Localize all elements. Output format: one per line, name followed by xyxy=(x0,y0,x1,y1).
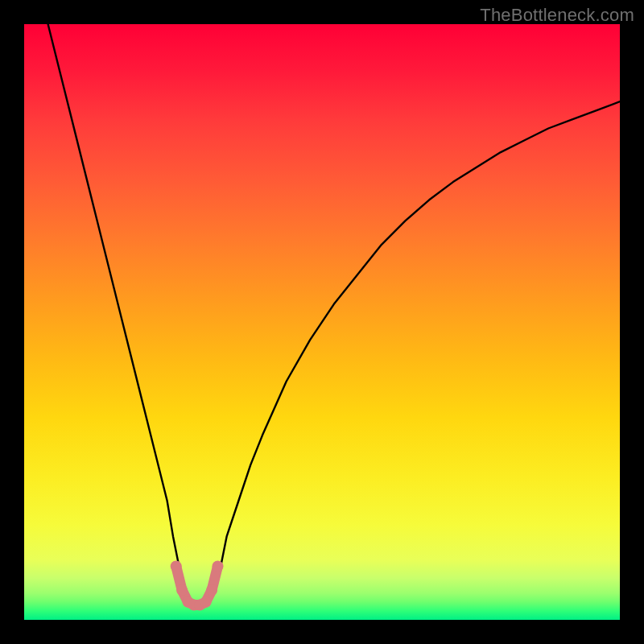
chart-svg xyxy=(24,24,620,620)
svg-point-5 xyxy=(200,597,212,608)
svg-point-7 xyxy=(213,560,224,572)
chart-plot-area xyxy=(24,24,620,620)
svg-point-6 xyxy=(206,584,217,596)
highlight-band xyxy=(171,560,224,610)
watermark-text: TheBottleneck.com xyxy=(480,5,634,26)
svg-point-0 xyxy=(171,560,182,572)
svg-point-1 xyxy=(176,584,188,596)
bottleneck-curve xyxy=(48,24,620,605)
